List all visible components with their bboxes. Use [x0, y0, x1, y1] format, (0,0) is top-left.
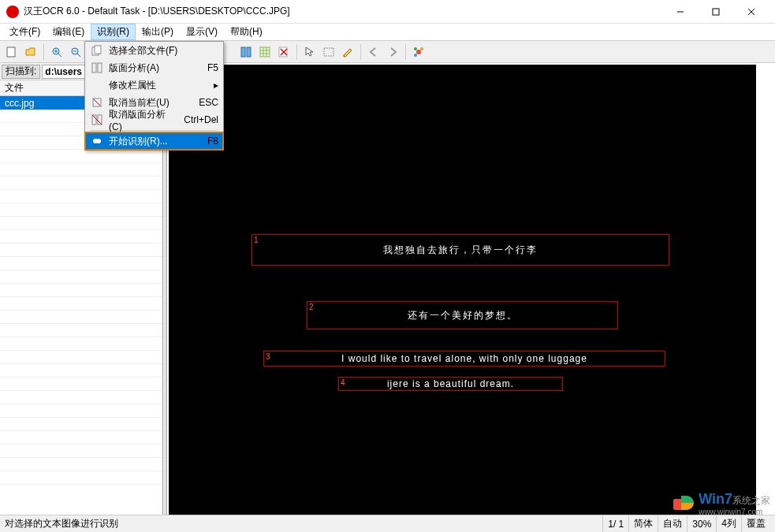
layout-icon[interactable] — [237, 43, 255, 61]
window-controls — [662, 0, 769, 24]
svg-point-26 — [414, 54, 417, 57]
shortcut-label: F8 — [207, 136, 218, 147]
minimize-button[interactable] — [662, 0, 698, 24]
next-icon[interactable] — [384, 43, 401, 61]
pencil-icon[interactable] — [339, 43, 356, 61]
submenu-arrow-icon: ▸ — [214, 80, 218, 91]
file-row-empty — [0, 163, 162, 177]
status-message: 对选择的文本图像进行识别 — [5, 517, 602, 530]
ocr-region-2[interactable]: 2还有一个美好的梦想。 — [307, 301, 618, 329]
image-canvas[interactable]: 1我想独自去旅行，只带一个行李 2还有一个美好的梦想。 3I would lik… — [169, 65, 756, 515]
menu-help[interactable]: 帮助(H) — [224, 24, 269, 40]
close-button[interactable] — [733, 0, 769, 24]
svg-point-24 — [414, 47, 417, 50]
status-page: 1/ 1 — [602, 515, 628, 532]
file-row-empty — [0, 203, 162, 217]
menu-start-recognize[interactable]: 开始识别(R)... F8 — [85, 132, 223, 150]
menu-label: 版面分析(A) — [109, 61, 201, 75]
cancel-column-icon — [90, 96, 104, 109]
grid-icon[interactable] — [256, 43, 274, 61]
open-icon[interactable] — [22, 43, 39, 61]
file-row-empty — [0, 404, 162, 418]
svg-rect-13 — [247, 47, 251, 57]
viewer: 1我想独自去旅行，只带一个行李 2还有一个美好的梦想。 3I would lik… — [167, 63, 775, 515]
file-row-empty — [0, 150, 162, 163]
menu-modify-column[interactable]: 修改栏属性 ▸ — [85, 76, 223, 94]
ocr-region-3[interactable]: 3I would like to travel alone, with only… — [263, 351, 665, 366]
viewer-scroll[interactable]: 1我想独自去旅行，只带一个行李 2还有一个美好的梦想。 3I would lik… — [167, 63, 775, 515]
select-area-icon[interactable] — [320, 43, 337, 61]
recognize-dropdown: 选择全部文件(F) 版面分析(A) F5 修改栏属性 ▸ 取消当前栏(U) ES… — [84, 41, 224, 151]
svg-rect-1 — [713, 9, 719, 15]
toolbar-separator — [43, 44, 44, 60]
file-row-empty — [0, 458, 162, 471]
status-lang: 简体 — [628, 515, 658, 532]
maximize-button[interactable] — [698, 0, 733, 24]
svg-point-23 — [416, 50, 421, 54]
ocr-region-1[interactable]: 1我想独自去旅行，只带一个行李 — [252, 234, 669, 266]
file-row-empty — [0, 244, 162, 257]
svg-rect-4 — [7, 47, 15, 57]
zoom-out-icon[interactable] — [67, 43, 84, 61]
svg-rect-28 — [95, 46, 101, 54]
toolbar-separator — [360, 44, 361, 60]
prev-icon[interactable] — [365, 43, 382, 61]
menu-label: 选择全部文件(F) — [109, 44, 218, 58]
svg-line-35 — [92, 115, 102, 125]
menu-output[interactable]: 输出(P) — [136, 24, 180, 40]
file-row-empty — [0, 471, 162, 485]
recognize-icon — [90, 135, 104, 147]
file-list[interactable]: ccc.jpg — [0, 96, 162, 515]
file-row-empty — [0, 324, 162, 337]
select-files-icon — [90, 44, 104, 57]
file-row-empty — [0, 297, 162, 311]
file-row-empty — [0, 378, 162, 391]
pointer-icon[interactable] — [301, 43, 319, 61]
file-row-empty — [0, 364, 162, 378]
svg-point-37 — [96, 139, 101, 143]
delete-layout-icon[interactable] — [275, 43, 292, 61]
menu-select-all-files[interactable]: 选择全部文件(F) — [85, 42, 223, 59]
file-row-empty — [0, 311, 162, 324]
ocr-region-4[interactable]: 4ijere is a beautiful dream. — [338, 377, 563, 391]
menu-recognize[interactable]: 识别(R) — [91, 24, 136, 40]
file-row-empty — [0, 337, 162, 351]
shortcut-label: Ctrl+Del — [184, 114, 218, 125]
menu-file[interactable]: 文件(F) — [3, 24, 47, 40]
menu-layout-analysis[interactable]: 版面分析(A) F5 — [85, 59, 223, 76]
file-row-empty — [0, 177, 162, 190]
status-columns: 4列 — [716, 515, 741, 532]
settings-icon[interactable] — [410, 43, 427, 61]
file-row-empty — [0, 257, 162, 270]
menu-label: 修改栏属性 — [109, 79, 211, 92]
status-zoom: 30% — [687, 515, 716, 532]
file-row-empty — [0, 391, 162, 404]
svg-point-25 — [420, 47, 423, 50]
toolbar-separator — [405, 44, 406, 60]
scan-to-label: 扫描到: — [2, 65, 40, 79]
layout-analysis-icon — [90, 61, 104, 74]
zoom-in-icon[interactable] — [48, 43, 65, 61]
new-icon[interactable] — [3, 43, 20, 61]
menu-cancel-layout-analysis[interactable]: 取消版面分析(C) Ctrl+Del — [85, 111, 223, 128]
cancel-layout-icon — [90, 113, 104, 126]
titlebar: 汉王OCR 6.0 - Default Task - [D:\USERS\DES… — [0, 0, 775, 24]
app-icon — [6, 6, 19, 18]
toolbar-separator — [296, 44, 297, 60]
menu-edit[interactable]: 编辑(E) — [47, 24, 91, 40]
file-row-empty — [0, 418, 162, 431]
status-auto: 自动 — [658, 515, 687, 532]
status-mode: 覆盖 — [741, 515, 770, 532]
file-row-empty — [0, 351, 162, 364]
svg-rect-30 — [98, 63, 102, 73]
svg-line-10 — [77, 54, 80, 57]
blank-icon — [90, 79, 104, 91]
menu-label: 开始识别(R)... — [109, 135, 201, 148]
menu-view[interactable]: 显示(V) — [180, 24, 224, 40]
file-row-empty — [0, 270, 162, 284]
file-row-empty — [0, 230, 162, 244]
shortcut-label: F5 — [207, 62, 218, 73]
svg-rect-12 — [241, 47, 245, 57]
svg-rect-22 — [324, 48, 333, 56]
file-row-empty — [0, 284, 162, 297]
